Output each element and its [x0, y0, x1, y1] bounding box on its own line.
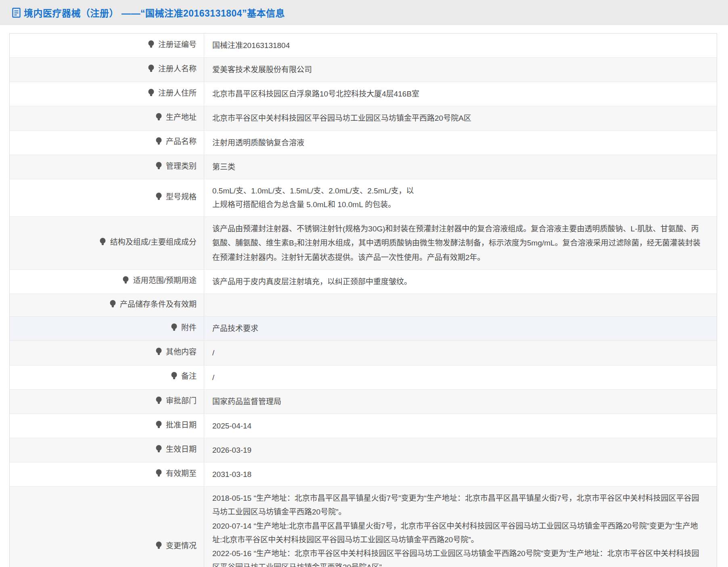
row-value-cell: 2026-03-19 — [204, 438, 717, 462]
row-label-cell: 生产地址 — [10, 106, 204, 130]
row-value-cell — [204, 294, 717, 317]
row-label: 生产地址 — [166, 113, 197, 122]
row-value-cell: 国家药品监督管理局 — [204, 389, 717, 414]
row-label: 其他内容 — [166, 348, 197, 356]
lightbulb-icon — [148, 40, 155, 52]
row-label: 注册证编号 — [158, 40, 197, 49]
table-row: 注册人住所 北京市昌平区科技园区白浮泉路10号北控科技大厦4层416B室 — [10, 82, 717, 106]
row-value-cell: 该产品由预灌封注射器、不锈钢注射针(规格为30G)和封装在预灌封注射器中的复合溶… — [204, 217, 717, 269]
row-value: 该产品用于皮内真皮层注射填充，以纠正颈部中重度皱纹。 — [212, 277, 412, 286]
registration-info-section: 注册证编号 国械注准20163131804 注册人名称 爱美客技术发展股份有限公… — [9, 33, 717, 567]
lightbulb-icon — [155, 113, 162, 125]
row-label: 注册人住所 — [158, 89, 197, 97]
table-body: 注册证编号 国械注准20163131804 注册人名称 爱美客技术发展股份有限公… — [10, 34, 717, 567]
row-value: 国械注准20163131804 — [212, 41, 290, 50]
lightbulb-icon — [109, 300, 116, 312]
row-label: 注册人名称 — [158, 65, 197, 73]
row-label: 结构及组成/主要组成成分 — [110, 238, 197, 246]
row-value-cell: 2031-03-18 — [204, 462, 717, 487]
table-row: 适用范围/预期用途 该产品用于皮内真皮层注射填充，以纠正颈部中重度皱纹。 — [10, 269, 717, 294]
row-label: 生效日期 — [166, 445, 197, 454]
lightbulb-icon — [155, 192, 162, 204]
row-label-cell: 结构及组成/主要组成成分 — [10, 217, 204, 269]
lightbulb-icon — [155, 469, 162, 481]
table-row: 结构及组成/主要组成成分 该产品由预灌封注射器、不锈钢注射针(规格为30G)和封… — [10, 217, 717, 269]
row-value-cell: 北京市平谷区中关村科技园区平谷园马坊工业园区马坊镇金平西路20号院A区 — [204, 106, 717, 130]
lightbulb-icon — [155, 137, 162, 149]
registration-info-table: 注册证编号 国械注准20163131804 注册人名称 爱美客技术发展股份有限公… — [9, 33, 717, 567]
row-value: 2025-04-14 — [212, 422, 251, 430]
row-value: 注射用透明质酸钠复合溶液 — [212, 139, 304, 147]
table-row: 其他内容 / — [10, 341, 717, 365]
row-label-cell: 变更情况 — [10, 487, 204, 567]
lightbulb-icon — [122, 276, 129, 288]
table-row: 变更情况 2018-05-15 “生产地址：北京市昌平区昌平镇星火街7号”变更为… — [10, 487, 717, 567]
table-row: 管理类别 第三类 — [10, 155, 717, 179]
row-value: 产品技术要求 — [212, 324, 258, 333]
table-row: 产品名称 注射用透明质酸钠复合溶液 — [10, 130, 717, 155]
lightbulb-icon — [155, 347, 162, 359]
row-label-cell: 生效日期 — [10, 438, 204, 462]
row-label-cell: 管理类别 — [10, 155, 204, 179]
row-value: 北京市平谷区中关村科技园区平谷园马坊工业园区马坊镇金平西路20号院A区 — [212, 114, 471, 122]
row-value-cell: 北京市昌平区科技园区白浮泉路10号北控科技大厦4层416B室 — [204, 82, 717, 106]
row-label-cell: 产品名称 — [10, 130, 204, 155]
value-line: 2018-05-15 “生产地址：北京市昌平区昌平镇星火街7号”变更为“生产地址… — [212, 491, 706, 519]
row-value: 北京市昌平区科技园区白浮泉路10号北控科技大厦4层416B室 — [212, 90, 419, 98]
row-value-cell: 0.5mL/支、1.0mL/支、1.5mL/支、2.0mL/支、2.5mL/支，… — [204, 179, 717, 216]
lightbulb-icon — [148, 88, 155, 101]
row-value: / — [212, 349, 214, 357]
row-value-cell: 第三类 — [204, 155, 717, 179]
row-label-cell: 注册人住所 — [10, 82, 204, 106]
table-row: 注册证编号 国械注准20163131804 — [10, 34, 717, 58]
table-row: 注册人名称 爱美客技术发展股份有限公司 — [10, 58, 717, 82]
row-label: 产品名称 — [166, 137, 197, 146]
row-value-cell: 产品技术要求 — [204, 317, 717, 341]
row-value-cell: 2025-04-14 — [204, 414, 717, 438]
lightbulb-icon — [155, 162, 162, 174]
row-label-cell: 注册人名称 — [10, 58, 204, 82]
row-label: 型号规格 — [166, 193, 197, 201]
row-value-cell: / — [204, 341, 717, 365]
table-row: 备注 / — [10, 365, 717, 389]
lightbulb-icon — [171, 323, 178, 335]
row-label: 变更情况 — [166, 542, 197, 550]
page-title: 境内医疗器械（注册） ——“国械注准20163131804”基本信息 — [24, 6, 285, 19]
lightbulb-icon — [155, 541, 162, 553]
lightbulb-icon — [155, 420, 162, 433]
row-value: 2031-03-18 — [212, 470, 251, 479]
row-label: 有效期至 — [166, 469, 197, 478]
row-label-cell: 有效期至 — [10, 462, 204, 487]
row-value-cell: 爱美客技术发展股份有限公司 — [204, 58, 717, 82]
lightbulb-icon — [155, 396, 162, 408]
table-row: 生效日期 2026-03-19 — [10, 438, 717, 462]
row-value-cell: 该产品用于皮内真皮层注射填充，以纠正颈部中重度皱纹。 — [204, 269, 717, 294]
lightbulb-icon — [148, 64, 155, 76]
row-label-cell: 产品储存条件及有效期 — [10, 294, 204, 317]
value-line: 上规格可搭配组合为总含量 5.0mL和 10.0mL 的包装。 — [212, 198, 706, 212]
row-value-cell: 国械注准20163131804 — [204, 34, 717, 58]
row-label: 备注 — [181, 372, 197, 380]
document-icon — [12, 8, 21, 18]
table-row: 型号规格 0.5mL/支、1.0mL/支、1.5mL/支、2.0mL/支、2.5… — [10, 179, 717, 216]
row-label: 适用范围/预期用途 — [133, 276, 197, 285]
row-label-cell: 批准日期 — [10, 414, 204, 438]
row-value: 爱美客技术发展股份有限公司 — [212, 65, 312, 74]
row-label-cell: 其他内容 — [10, 341, 204, 365]
table-row: 有效期至 2031-03-18 — [10, 462, 717, 487]
row-label-cell: 备注 — [10, 365, 204, 389]
row-label-cell: 审批部门 — [10, 389, 204, 414]
row-label: 管理类别 — [166, 162, 197, 170]
row-value-cell: 注射用透明质酸钠复合溶液 — [204, 130, 717, 155]
table-row: 产品储存条件及有效期 — [10, 294, 717, 317]
lightbulb-icon — [171, 372, 178, 384]
row-value: 第三类 — [212, 163, 235, 171]
row-value: 国家药品监督管理局 — [212, 397, 281, 406]
table-row: 审批部门 国家药品监督管理局 — [10, 389, 717, 414]
table-row: 批准日期 2025-04-14 — [10, 414, 717, 438]
row-value: 2026-03-19 — [212, 446, 251, 454]
row-label-cell: 型号规格 — [10, 179, 204, 216]
table-row: 附件 产品技术要求 — [10, 317, 717, 341]
lightbulb-icon — [99, 237, 106, 250]
table-row: 生产地址 北京市平谷区中关村科技园区平谷园马坊工业园区马坊镇金平西路20号院A区 — [10, 106, 717, 130]
